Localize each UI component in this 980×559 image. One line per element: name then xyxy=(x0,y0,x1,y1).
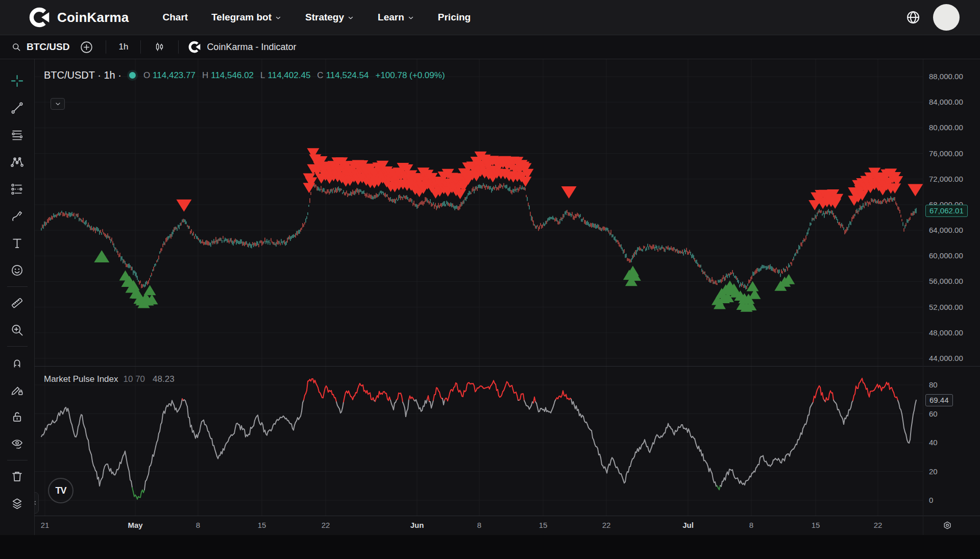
oscillator-axis-label: 20 xyxy=(929,467,938,476)
horizontal-lines-icon xyxy=(10,128,24,142)
price-axis-label: 60,000.00 xyxy=(929,251,963,260)
chevron-down-icon xyxy=(275,14,282,21)
chevron-down-icon xyxy=(55,101,61,107)
oscillator-axis-label: 0 xyxy=(929,496,933,504)
remove-drawings-button[interactable] xyxy=(6,463,29,490)
nav-item-telegram-bot[interactable]: Telegram bot xyxy=(211,12,282,23)
plus-circle-icon xyxy=(80,40,93,54)
nav-item-learn[interactable]: Learn xyxy=(378,12,414,23)
trend-line-icon xyxy=(10,101,24,115)
nav-item-label: Chart xyxy=(163,12,188,23)
symbol-toolbar: BTC/USD 1h xyxy=(0,35,980,59)
brand[interactable]: CoinKarma xyxy=(28,6,129,29)
main-series-legend: BTC/USDT · 1h · O 114,423.77 H 114,546.0… xyxy=(44,69,445,81)
interval-label: 1h xyxy=(118,42,128,52)
emoji-tool-button[interactable] xyxy=(6,257,29,284)
ruler-icon xyxy=(10,296,24,310)
projection-tool-button[interactable] xyxy=(6,176,29,203)
time-axis-label: Jun xyxy=(410,521,424,529)
close-value: 114,524.54 xyxy=(326,70,369,81)
nav-item-pricing[interactable]: Pricing xyxy=(438,12,471,23)
ohlc-values: O 114,423.77 H 114,546.02 L 114,402.45 C… xyxy=(143,70,445,81)
measure-tool-button[interactable] xyxy=(6,289,29,317)
close-label: C xyxy=(317,70,323,81)
text-tool-button[interactable] xyxy=(6,230,29,257)
zoom-in-tool-button[interactable] xyxy=(6,317,29,344)
pattern-tool-button[interactable] xyxy=(6,149,29,176)
high-label: H xyxy=(202,70,208,81)
nav-item-label: Telegram bot xyxy=(211,12,272,23)
language-globe-icon[interactable] xyxy=(905,10,921,25)
crosshair-icon xyxy=(10,74,24,88)
time-axis-label: 22 xyxy=(874,521,883,529)
toolbar-divider xyxy=(7,346,28,347)
drawing-mode-lock-button[interactable] xyxy=(6,376,29,403)
series-status-dot[interactable] xyxy=(129,72,136,79)
time-axis-label: 15 xyxy=(258,521,266,529)
app-root: CoinKarma ChartTelegram botStrategyLearn… xyxy=(0,0,980,559)
time-axis-label: 22 xyxy=(602,521,611,529)
pane-separator[interactable] xyxy=(35,366,980,367)
nav-item-strategy[interactable]: Strategy xyxy=(305,12,354,23)
nav-item-label: Pricing xyxy=(438,12,471,23)
workspace: BTC/USDT · 1h · O 114,423.77 H 114,546.0… xyxy=(0,59,980,535)
chevron-left-icon xyxy=(35,500,37,505)
time-axis-label: 15 xyxy=(812,521,820,529)
interval-button[interactable]: 1h xyxy=(113,40,133,54)
indicator-legend-name[interactable]: Market Pulse Index xyxy=(44,374,118,384)
user-avatar[interactable] xyxy=(933,4,960,31)
nav-item-chart[interactable]: Chart xyxy=(163,12,188,23)
lock-all-drawings-button[interactable] xyxy=(6,403,29,430)
price-axis-label: 84,000.00 xyxy=(929,98,963,106)
time-axis-label: 15 xyxy=(539,521,548,529)
time-axis-label: 8 xyxy=(196,521,200,529)
projection-icon xyxy=(10,182,24,196)
unlocked-padlock-icon xyxy=(10,410,24,424)
legend-expand-button[interactable] xyxy=(51,98,65,110)
price-axis-label: 64,000.00 xyxy=(929,226,963,234)
crosshair-tool-button[interactable] xyxy=(6,67,29,94)
oscillator-axis-label: 60 xyxy=(929,409,938,418)
xabcd-pattern-icon xyxy=(10,155,24,169)
tradingview-watermark[interactable]: TV xyxy=(48,478,74,503)
chevron-down-icon xyxy=(407,14,414,21)
search-icon xyxy=(11,42,22,53)
eye-icon xyxy=(10,437,24,451)
time-axis-label: Jul xyxy=(682,521,694,529)
emoji-icon xyxy=(10,263,24,277)
tradingview-logo-text: TV xyxy=(55,485,66,496)
indicator-legend-params: 10 70 xyxy=(124,374,145,384)
toolbar-separator xyxy=(178,40,179,54)
time-axis[interactable]: 21May81522Jun81522Jul81522 xyxy=(35,516,980,535)
zoom-in-icon xyxy=(10,323,24,337)
chart-area: BTC/USDT · 1h · O 114,423.77 H 114,546.0… xyxy=(35,59,980,535)
object-tree-button[interactable] xyxy=(6,490,29,517)
chevron-down-icon xyxy=(347,14,354,21)
price-axis[interactable]: 67,062.01 69.44 88,000.0084,000.0080,000… xyxy=(923,59,980,535)
indicator-badge[interactable]: CoinKarma - Indicator xyxy=(186,40,296,54)
symbol-search-button[interactable]: BTC/USD xyxy=(6,39,75,55)
brush-tool-button[interactable] xyxy=(6,203,29,230)
axis-settings-gear-icon[interactable] xyxy=(942,520,953,531)
main-nav: ChartTelegram botStrategyLearnPricing xyxy=(163,12,471,23)
price-chart-svg[interactable] xyxy=(35,59,923,516)
compare-add-button[interactable] xyxy=(75,38,99,56)
low-value: 114,402.45 xyxy=(268,70,311,81)
candlestick-icon xyxy=(153,41,166,54)
chart-style-button[interactable] xyxy=(148,39,171,56)
pencil-lock-icon xyxy=(10,383,24,397)
text-icon xyxy=(10,236,24,250)
oscillator-axis-label: 80 xyxy=(929,380,938,389)
fib-retracement-tool-button[interactable] xyxy=(6,121,29,149)
trend-line-tool-button[interactable] xyxy=(6,94,29,121)
change-value: +100.78 (+0.09%) xyxy=(375,70,445,81)
toolbar-collapse-handle[interactable] xyxy=(35,492,39,514)
coinkarma-logo-icon xyxy=(28,6,51,29)
magnet-tool-button[interactable] xyxy=(6,349,29,376)
time-axis-label: May xyxy=(128,521,142,529)
price-axis-label: 56,000.00 xyxy=(929,277,963,285)
magnet-icon xyxy=(10,356,24,370)
legend-symbol-title[interactable]: BTC/USDT · 1h · xyxy=(44,69,121,81)
hide-drawings-button[interactable] xyxy=(6,430,29,457)
oscillator-value-tag: 69.44 xyxy=(925,394,953,406)
